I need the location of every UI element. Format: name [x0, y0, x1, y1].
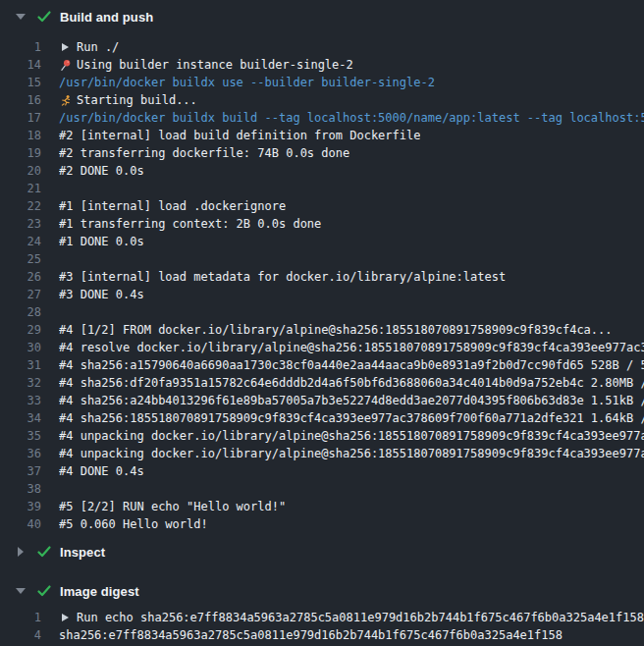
- log-text: #3 [internal] load metadata for docker.i…: [59, 268, 506, 286]
- log-line: 23#1 transferring context: 2B 0.0s done: [0, 215, 644, 233]
- line-number[interactable]: 34: [0, 409, 41, 427]
- section-header-image-digest[interactable]: Image digest: [0, 576, 644, 606]
- log-line-body: #3 DONE 0.4s: [59, 286, 644, 303]
- line-number[interactable]: 1: [0, 609, 41, 626]
- log-line: 28: [0, 303, 644, 321]
- log-line: 30#4 resolve docker.io/library/alpine@sh…: [0, 339, 644, 356]
- log-text: #1 DONE 0.0s: [59, 233, 144, 250]
- log-line-body: Using builder instance builder-single-2: [59, 56, 644, 74]
- log-line: 40#5 0.060 Hello world!: [0, 515, 644, 533]
- log-line-body: /usr/bin/docker buildx use --builder bui…: [59, 74, 644, 91]
- log-text: sha256:e7ff8834a5963a2785c5a0811e979d16b…: [59, 626, 563, 644]
- line-number[interactable]: 25: [0, 250, 41, 268]
- line-number[interactable]: 36: [0, 445, 41, 462]
- section-title: Image digest: [60, 584, 139, 599]
- line-number[interactable]: 15: [0, 74, 41, 91]
- pushpin-icon: [59, 58, 72, 72]
- line-number[interactable]: 18: [0, 127, 41, 144]
- log-line-body: [59, 303, 644, 321]
- section-header-inspect[interactable]: Inspect: [0, 537, 644, 566]
- line-number[interactable]: 26: [0, 268, 41, 286]
- line-number[interactable]: 32: [0, 374, 41, 392]
- log-line-body: #1 transferring context: 2B 0.0s done: [59, 215, 644, 233]
- log-text: #1 [internal] load .dockerignore: [59, 197, 286, 215]
- log-text: #3 DONE 0.4s: [59, 286, 144, 303]
- check-icon: [37, 11, 51, 23]
- log-text: #4 sha256:185518070891758909c9f839cf4ca3…: [59, 409, 644, 427]
- log-line-body: #2 [internal] load build definition from…: [59, 127, 644, 144]
- log-text: #4 unpacking docker.io/library/alpine@sh…: [59, 445, 644, 462]
- line-number[interactable]: 1: [0, 38, 41, 56]
- line-number[interactable]: 33: [0, 392, 41, 409]
- log-line-body: #4 [1/2] FROM docker.io/library/alpine@s…: [59, 321, 644, 339]
- line-number[interactable]: 14: [0, 56, 41, 74]
- line-number[interactable]: 16: [0, 91, 41, 109]
- runner-icon: [59, 93, 72, 107]
- line-number[interactable]: 20: [0, 162, 41, 180]
- line-number[interactable]: 28: [0, 303, 41, 321]
- log-line: 38: [0, 480, 644, 498]
- line-number[interactable]: 19: [0, 144, 41, 162]
- log-line-body: #4 unpacking docker.io/library/alpine@sh…: [59, 427, 644, 445]
- play-icon[interactable]: [59, 611, 72, 624]
- section-header-build-and-push[interactable]: Build and push: [0, 0, 644, 33]
- log-line-body: #3 [internal] load metadata for docker.i…: [59, 268, 644, 286]
- log-text: /usr/bin/docker buildx use --builder bui…: [59, 74, 435, 91]
- log-line: 15/usr/bin/docker buildx use --builder b…: [0, 74, 644, 91]
- log-text: Starting build...: [77, 91, 197, 109]
- line-number[interactable]: 40: [0, 515, 41, 533]
- log-line-body: #4 sha256:df20fa9351a15782c64e6dddb2d4a6…: [59, 374, 644, 392]
- chevron-down-icon: [16, 588, 26, 594]
- log-line-body: [59, 180, 644, 197]
- log-line: 21: [0, 180, 644, 197]
- log-line: 24#1 DONE 0.0s: [0, 233, 644, 250]
- log-section-build-and-push: Build and push1Run ./14Using builder ins…: [0, 0, 644, 537]
- line-number[interactable]: 37: [0, 462, 41, 480]
- line-number[interactable]: 27: [0, 286, 41, 303]
- line-number[interactable]: 4: [0, 626, 41, 644]
- log-line-body: #4 unpacking docker.io/library/alpine@sh…: [59, 445, 644, 462]
- log-line-body: Run echo sha256:e7ff8834a5963a2785c5a081…: [59, 609, 644, 626]
- log-line: 39#5 [2/2] RUN echo "Hello world!": [0, 498, 644, 515]
- log-text: #4 resolve docker.io/library/alpine@sha2…: [59, 339, 644, 356]
- log-line-body: #4 sha256:a24bb4013296f61e89ba57005a7b3e…: [59, 392, 644, 409]
- line-number[interactable]: 30: [0, 339, 41, 356]
- log-text: #1 transferring context: 2B 0.0s done: [59, 215, 321, 233]
- log-line: 14Using builder instance builder-single-…: [0, 56, 644, 74]
- line-number[interactable]: 17: [0, 109, 41, 127]
- log-line-body: #4 DONE 0.4s: [59, 462, 644, 480]
- log-line: 16Starting build...: [0, 91, 644, 109]
- workflow-log-viewer: Build and push1Run ./14Using builder ins…: [0, 0, 644, 646]
- log-line: 18#2 [internal] load build definition fr…: [0, 127, 644, 144]
- log-section-inspect: Inspect: [0, 537, 644, 566]
- log-line-body: #1 [internal] load .dockerignore: [59, 197, 644, 215]
- chevron-down-icon: [16, 14, 26, 20]
- line-number[interactable]: 22: [0, 197, 41, 215]
- log-line: 35#4 unpacking docker.io/library/alpine@…: [0, 427, 644, 445]
- section-lines: 1Run ./14Using builder instance builder-…: [0, 33, 644, 537]
- log-line: 27#3 DONE 0.4s: [0, 286, 644, 303]
- log-line-body: #4 resolve docker.io/library/alpine@sha2…: [59, 339, 644, 356]
- line-number[interactable]: 24: [0, 233, 41, 250]
- section-title: Build and push: [60, 10, 153, 25]
- line-number[interactable]: 39: [0, 498, 41, 515]
- line-number[interactable]: 29: [0, 321, 41, 339]
- log-line: 33#4 sha256:a24bb4013296f61e89ba57005a7b…: [0, 392, 644, 409]
- log-text: #2 transferring dockerfile: 74B 0.0s don…: [59, 144, 349, 162]
- line-number[interactable]: 31: [0, 356, 41, 374]
- log-line: 20#2 DONE 0.0s: [0, 162, 644, 180]
- line-number[interactable]: 21: [0, 180, 41, 197]
- log-text: #4 [1/2] FROM docker.io/library/alpine@s…: [59, 321, 613, 339]
- play-icon[interactable]: [59, 40, 72, 54]
- log-text: #4 sha256:a24bb4013296f61e89ba57005a7b3e…: [59, 392, 644, 409]
- log-line: 32#4 sha256:df20fa9351a15782c64e6dddb2d4…: [0, 374, 644, 392]
- line-number[interactable]: 38: [0, 480, 41, 498]
- log-line: 22#1 [internal] load .dockerignore: [0, 197, 644, 215]
- line-number[interactable]: 35: [0, 427, 41, 445]
- log-line-body: [59, 250, 644, 268]
- log-line: 25: [0, 250, 644, 268]
- log-line: 37#4 DONE 0.4s: [0, 462, 644, 480]
- log-line-body: #1 DONE 0.0s: [59, 233, 644, 250]
- log-line-body: #4 sha256:a15790640a6690aa1730c38cf0a440…: [59, 356, 644, 374]
- line-number[interactable]: 23: [0, 215, 41, 233]
